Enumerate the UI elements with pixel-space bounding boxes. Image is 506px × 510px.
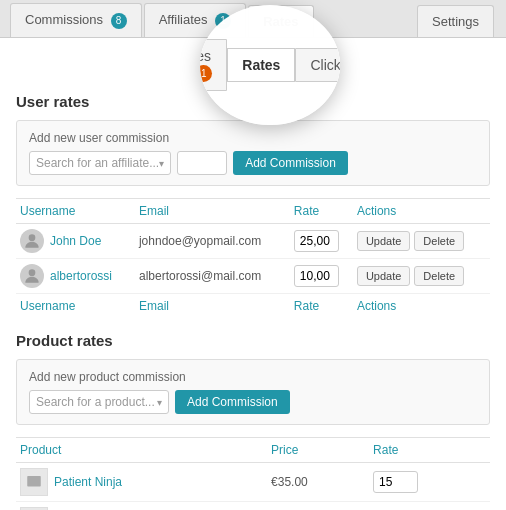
product-add-row: Search for a product... ▾ Add Commission: [29, 390, 477, 414]
product-th-rate: Rate: [369, 438, 490, 463]
product-rate-field[interactable]: [373, 471, 418, 493]
user-rate-input[interactable]: [177, 151, 227, 175]
user-actions-cell: Update Delete: [353, 259, 490, 294]
svg-point-0: [29, 234, 36, 241]
user-username-cell: albertorossi: [16, 259, 135, 294]
delete-button[interactable]: Delete: [414, 266, 464, 286]
user-rate-cell: [290, 259, 353, 294]
product-name-cell: Woo Ninja: [16, 502, 267, 511]
chevron-down-icon: ▾: [157, 397, 162, 408]
table-row: Patient Ninja €35.00: [16, 463, 490, 502]
table-row: John Doe johndoe@yopmail.com Update Dele…: [16, 224, 490, 259]
user-name: albertorossi: [50, 269, 112, 283]
product-search-dropdown[interactable]: Search for a product... ▾: [29, 390, 169, 414]
user-th-actions: Actions: [353, 199, 490, 224]
user-name: John Doe: [50, 234, 101, 248]
user-footer-username: Username: [16, 294, 135, 319]
svg-rect-2: [27, 476, 41, 487]
zoom-subtab-clicks[interactable]: Clicks: [295, 48, 340, 82]
user-add-commission-box: Add new user commission Search for an af…: [16, 120, 490, 186]
table-row: albertorossi albertorossi@mail.com Updat…: [16, 259, 490, 294]
update-button[interactable]: Update: [357, 266, 410, 286]
table-row: Woo Ninja €20.00: [16, 502, 490, 511]
user-actions-cell: Update Delete: [353, 224, 490, 259]
user-email-cell: albertorossi@mail.com: [135, 259, 290, 294]
user-add-commission-button[interactable]: Add Commission: [233, 151, 348, 175]
user-add-row: Search for an affiliate... ▾ Add Commiss…: [29, 151, 477, 175]
user-search-placeholder: Search for an affiliate...: [36, 156, 159, 170]
commissions-badge: 8: [111, 13, 127, 29]
svg-point-1: [29, 269, 36, 276]
zoom-subtab-tes[interactable]: tes 1: [200, 39, 227, 91]
product-add-label: Add new product commission: [29, 370, 477, 384]
product-rate-cell: [369, 463, 490, 502]
user-rate-field[interactable]: [294, 230, 339, 252]
product-image: [20, 468, 48, 496]
zoom-tabs: tes 1 Rates Clicks: [200, 39, 340, 91]
product-table-header-row: Product Price Rate: [16, 438, 490, 463]
product-rates-title: Product rates: [16, 332, 490, 349]
avatar: [20, 229, 44, 253]
product-th-product: Product: [16, 438, 267, 463]
zoom-overlay: tes 1 Rates Clicks: [200, 5, 340, 125]
product-price-cell: €20.00: [267, 502, 369, 511]
user-th-email: Email: [135, 199, 290, 224]
product-price-cell: €35.00: [267, 463, 369, 502]
user-add-label: Add new user commission: [29, 131, 477, 145]
product-name: Patient Ninja: [54, 475, 122, 489]
product-add-commission-button[interactable]: Add Commission: [175, 390, 290, 414]
tab-settings[interactable]: Settings: [417, 5, 494, 37]
product-rates-table: Product Price Rate Patient Ninja: [16, 437, 490, 510]
user-rate-cell: [290, 224, 353, 259]
user-rate-field[interactable]: [294, 265, 339, 287]
product-rate-cell: [369, 502, 490, 511]
zoom-tes-badge: 1: [200, 65, 212, 82]
user-th-username: Username: [16, 199, 135, 224]
product-search-placeholder: Search for a product...: [36, 395, 155, 409]
delete-button[interactable]: Delete: [414, 231, 464, 251]
user-table-footer-row: Username Email Rate Actions: [16, 294, 490, 319]
user-th-rate: Rate: [290, 199, 353, 224]
user-username-cell: John Doe: [16, 224, 135, 259]
product-th-price: Price: [267, 438, 369, 463]
user-rates-table: Username Email Rate Actions John Doe: [16, 198, 490, 318]
avatar: [20, 264, 44, 288]
user-search-dropdown[interactable]: Search for an affiliate... ▾: [29, 151, 171, 175]
product-add-commission-box: Add new product commission Search for a …: [16, 359, 490, 425]
user-footer-email: Email: [135, 294, 290, 319]
user-footer-actions: Actions: [353, 294, 490, 319]
update-button[interactable]: Update: [357, 231, 410, 251]
product-name-cell: Patient Ninja: [16, 463, 267, 502]
zoom-subtab-rates[interactable]: Rates: [227, 48, 295, 82]
user-email-cell: johndoe@yopmail.com: [135, 224, 290, 259]
chevron-down-icon: ▾: [159, 158, 164, 169]
user-footer-rate: Rate: [290, 294, 353, 319]
page-wrapper: Commissions 8 Affiliates 1 Rates Setting…: [0, 0, 506, 510]
tab-commissions[interactable]: Commissions 8: [10, 3, 142, 37]
user-table-header-row: Username Email Rate Actions: [16, 199, 490, 224]
